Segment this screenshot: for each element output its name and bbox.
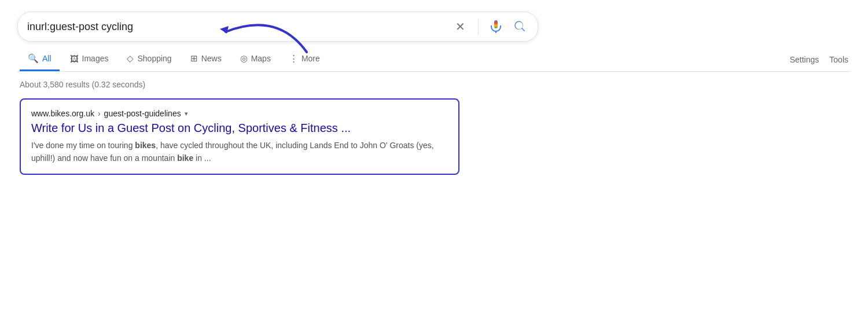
tab-shopping-label: Shopping	[137, 54, 171, 63]
more-tab-icon: ⋮	[289, 53, 298, 64]
tools-link[interactable]: Tools	[829, 55, 848, 64]
clear-button[interactable]: ✕	[453, 17, 468, 36]
breadcrumb-separator: ›	[98, 109, 101, 118]
breadcrumb-path: guest-post-guidelines	[104, 109, 181, 118]
images-tab-icon: 🖼	[70, 54, 79, 64]
search-icon	[513, 20, 526, 32]
tab-maps-label: Maps	[251, 54, 271, 63]
settings-link[interactable]: Settings	[790, 55, 819, 64]
news-tab-icon: ⊞	[190, 53, 198, 64]
search-divider	[478, 19, 479, 35]
search-icons: ✕	[453, 17, 528, 36]
nav-settings: Settings Tools	[790, 55, 848, 64]
breadcrumb-dropdown[interactable]: ▾	[185, 110, 188, 118]
tab-all-label: All	[42, 54, 52, 63]
search-button[interactable]	[511, 17, 528, 36]
maps-tab-icon: ◎	[240, 53, 248, 64]
breadcrumb-domain: www.bikes.org.uk	[31, 109, 94, 118]
search-bar: ✕	[17, 12, 538, 42]
tab-more-label: More	[301, 54, 320, 63]
tab-maps[interactable]: ◎ Maps	[232, 47, 279, 71]
tab-shopping[interactable]: ◇ Shopping	[119, 47, 179, 71]
tab-all[interactable]: 🔍 All	[20, 47, 60, 71]
tab-images-label: Images	[82, 54, 109, 63]
mic-icon[interactable]	[489, 20, 503, 34]
result-snippet: I've done my time on touring bikes, have…	[31, 139, 448, 164]
search-tab-icon: 🔍	[28, 53, 39, 64]
tab-more[interactable]: ⋮ More	[281, 47, 328, 71]
search-bar-wrapper: ✕	[17, 12, 851, 42]
shopping-tab-icon: ◇	[127, 53, 134, 64]
tab-images[interactable]: 🖼 Images	[62, 48, 117, 71]
tab-news-label: News	[201, 54, 222, 63]
search-input[interactable]	[27, 21, 453, 33]
result-breadcrumb: www.bikes.org.uk › guest-post-guidelines…	[31, 109, 448, 118]
result-stats: About 3,580 results (0.32 seconds)	[17, 80, 851, 89]
tab-news[interactable]: ⊞ News	[182, 47, 230, 71]
result-card: www.bikes.org.uk › guest-post-guidelines…	[20, 98, 459, 175]
nav-tabs: 🔍 All 🖼 Images ◇ Shopping ⊞ News ◎ Maps …	[17, 47, 851, 72]
result-title[interactable]: Write for Us in a Guest Post on Cycling,…	[31, 120, 448, 135]
